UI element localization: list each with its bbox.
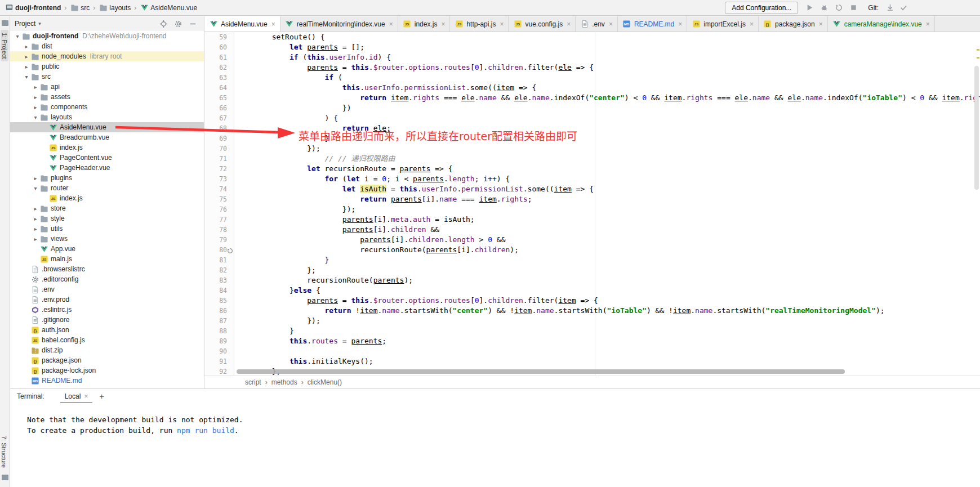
tree-item[interactable]: JSbabel.config.js [10, 335, 204, 345]
tree-item[interactable]: JSindex.js [10, 193, 204, 203]
chevron-down-icon[interactable]: ▾ [23, 74, 30, 80]
tree-item[interactable]: JSmain.js [10, 254, 204, 264]
stripe-button-project[interactable]: 1: Project [1, 30, 8, 61]
close-tab-icon[interactable]: × [926, 20, 930, 28]
chevron-right-icon[interactable]: ▸ [32, 216, 39, 222]
chevron-right-icon[interactable]: ▸ [32, 175, 39, 181]
editor-tab[interactable]: AsideMenu.vue× [204, 16, 280, 32]
git-update-button[interactable] [885, 3, 894, 12]
tree-item[interactable]: .editorconfig [10, 274, 204, 284]
tree-item[interactable]: .gitignore [10, 315, 204, 325]
chevron-right-icon[interactable]: ▸ [23, 53, 30, 60]
add-configuration-button[interactable]: Add Configuration... [725, 2, 798, 14]
new-terminal-button[interactable]: + [99, 392, 104, 401]
horizontal-scrollbar[interactable] [237, 369, 845, 374]
chevron-right-icon[interactable]: ▸ [23, 64, 30, 70]
chevron-right-icon[interactable]: ▸ [32, 226, 39, 232]
stripe-button-structure[interactable]: 7: Structure [1, 436, 7, 468]
editor-tab[interactable]: MDREADME.md× [618, 16, 687, 32]
editor-tab[interactable]: realTimeMonitoring\index.vue× [280, 16, 398, 32]
breadcrumb-item[interactable]: AsideMenu.vue [150, 4, 197, 12]
tree-item[interactable]: ▸dist [10, 41, 204, 51]
chevron-right-icon[interactable]: ▸ [32, 104, 39, 110]
chevron-down-icon[interactable]: ▾ [14, 33, 21, 39]
settings-button[interactable] [173, 19, 182, 28]
tree-item[interactable]: PageContent.vue [10, 153, 204, 163]
tree-item[interactable]: MDREADME.md [10, 376, 204, 386]
tree-item[interactable]: ▸public [10, 61, 204, 72]
vertical-scrollbar[interactable] [974, 66, 979, 190]
tree-item[interactable]: ▸node_moduleslibrary root [10, 51, 204, 61]
tree-item[interactable]: ▸style [10, 213, 204, 224]
tree-item[interactable]: ▾src [10, 72, 204, 82]
chevron-right-icon[interactable]: ▸ [32, 84, 39, 90]
close-tab-icon[interactable]: × [609, 20, 613, 28]
tree-item[interactable]: ▸assets [10, 92, 204, 102]
tree-item[interactable]: JSindex.js [10, 142, 204, 153]
code-editor[interactable]: 5960616263646566676869707172737475767778… [204, 32, 980, 376]
tree-item[interactable]: ▸components [10, 102, 204, 112]
chevron-down-icon[interactable]: ▾ [32, 185, 39, 191]
editor-gutter[interactable]: 5960616263646566676869707172737475767778… [204, 32, 234, 376]
close-tab-icon[interactable]: × [389, 20, 393, 28]
editor-tab[interactable]: JSindex.js× [398, 16, 451, 32]
tree-item[interactable]: {}package.json [10, 355, 204, 365]
tree-item[interactable]: {}package-lock.json [10, 365, 204, 376]
tree-item[interactable]: App.vue [10, 244, 204, 254]
editor-tab[interactable]: JShttp-api.js× [450, 16, 509, 32]
structure-stripe-icon[interactable] [2, 475, 8, 480]
code-area[interactable]: setRoute() { let parents = []; if (this.… [234, 32, 980, 376]
breadcrumb-item[interactable]: duoji-frontend [15, 4, 61, 12]
tree-item[interactable]: .env.prod [10, 294, 204, 305]
tree-item[interactable]: ▸views [10, 234, 204, 244]
editor-tab[interactable]: cameraManage\index.vue× [828, 16, 935, 32]
hide-button[interactable] [188, 19, 197, 28]
tree-item[interactable]: ▸utils [10, 224, 204, 234]
editor-tab[interactable]: JSimportExcel.js× [687, 16, 759, 32]
breadcrumb-item[interactable]: src [81, 4, 90, 12]
sync-button[interactable] [834, 3, 843, 12]
tree-item[interactable]: .eslintrc.js [10, 305, 204, 315]
terminal-output[interactable]: Note that the development build is not o… [10, 404, 980, 436]
tree-item[interactable]: {}auth.json [10, 325, 204, 335]
chevron-right-icon[interactable]: ▸ [23, 43, 30, 50]
run-button[interactable] [805, 3, 814, 12]
close-tab-icon[interactable]: × [500, 20, 504, 28]
editor-breadcrumb-item[interactable]: clickMenu() [308, 378, 342, 386]
close-tab-icon[interactable]: × [819, 20, 823, 28]
tree-item[interactable]: ▾router [10, 183, 204, 193]
tree-item[interactable]: .env [10, 284, 204, 294]
close-tab-icon[interactable]: × [441, 20, 445, 28]
close-tab-icon[interactable]: × [678, 20, 682, 28]
tree-item[interactable]: ▾layouts [10, 112, 204, 122]
breadcrumb-item[interactable]: layouts [109, 4, 131, 12]
tree-item[interactable]: Breadcrumb.vue [10, 132, 204, 142]
editor-tab[interactable]: {}package.json× [759, 16, 828, 32]
project-file-tree[interactable]: ▾duoji-frontendD:\zheheWeb\duoji-fronten… [10, 31, 204, 388]
close-tab-icon[interactable]: × [271, 20, 275, 28]
tree-item[interactable]: PageHeader.vue [10, 163, 204, 173]
close-tab-icon[interactable]: × [750, 20, 754, 28]
terminal-tab-local[interactable]: Local × [60, 390, 93, 403]
tree-item[interactable]: dist.zip [10, 345, 204, 355]
close-icon[interactable]: × [84, 392, 88, 400]
debug-button[interactable] [819, 3, 828, 12]
close-tab-icon[interactable]: × [567, 20, 571, 28]
tree-item[interactable]: .browserslistrc [10, 264, 204, 274]
stop-button[interactable] [849, 3, 858, 12]
project-view-selector[interactable]: Project ▾ [15, 20, 41, 28]
editor-tab[interactable]: JSvue.config.js× [509, 16, 576, 32]
chevron-right-icon[interactable]: ▸ [32, 205, 39, 212]
chevron-right-icon[interactable]: ▸ [32, 236, 39, 242]
tree-item[interactable]: ▾duoji-frontendD:\zheheWeb\duoji-fronten… [10, 31, 204, 41]
locate-button[interactable] [159, 19, 168, 28]
editor-breadcrumb-item[interactable]: script [245, 378, 261, 386]
tree-item[interactable]: ▸api [10, 82, 204, 92]
tree-item[interactable]: ▸store [10, 203, 204, 213]
tree-item[interactable]: AsideMenu.vue [10, 122, 204, 132]
tree-item[interactable]: ▸plugins [10, 173, 204, 183]
chevron-right-icon[interactable]: ▸ [32, 94, 39, 100]
chevron-down-icon[interactable]: ▾ [32, 114, 39, 120]
editor-tab[interactable]: .env× [576, 16, 618, 32]
editor-breadcrumb-item[interactable]: methods [271, 378, 297, 386]
